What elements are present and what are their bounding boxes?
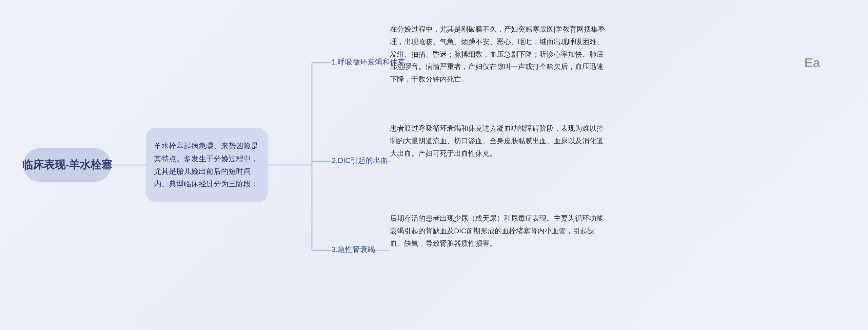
- ea-label: Ea: [805, 56, 820, 70]
- branch3-detail: 后期存活的患者出现少尿（或无尿）和尿毒症表现。主要为循环功能衰竭引起的肾缺血及D…: [390, 212, 607, 250]
- middle-node: 羊水栓塞起病急骤、来势凶险是其特点。多发生于分娩过程中，尤其是胎儿娩出前后的短时…: [146, 128, 268, 202]
- branch3-label: 3.急性肾衰竭: [332, 244, 375, 255]
- middle-node-text: 羊水栓塞起病急骤、来势凶险是其特点。多发生于分娩过程中，尤其是胎儿娩出前后的短时…: [154, 140, 260, 190]
- central-node-label: 临床表现-羊水栓塞: [22, 158, 113, 172]
- branch1-detail: 在分娩过程中，尤其是刚破膜不久，产妇突感寒战医|学教育网搜集整理，出现呛咳、气急…: [390, 23, 607, 86]
- mind-map-container: 临床表现-羊水栓塞 羊水栓塞起病急骤、来势凶险是其特点。多发生于分娩过程中，尤其…: [0, 0, 868, 330]
- branch2-label: 2.DIC引起的出血: [332, 155, 388, 166]
- central-node[interactable]: 临床表现-羊水栓塞: [23, 148, 111, 182]
- branch2-detail: 患者渡过呼吸循环衰竭和休克进入凝血功能障碍阶段，表现为难以控制的大量阴道流血、切…: [390, 122, 607, 160]
